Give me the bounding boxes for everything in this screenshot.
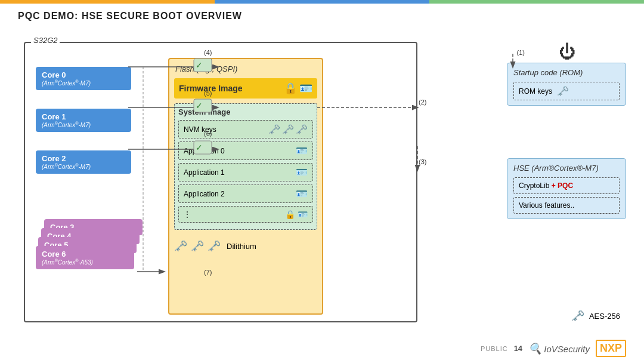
startup-subtitle: (ROM) (559, 68, 583, 77)
app0-label: Application 0 (184, 147, 225, 155)
arrow-label-4: (4) (204, 49, 212, 56)
s32g2-label: S32G2 (31, 36, 60, 45)
system-image-title: System Image (178, 107, 313, 116)
system-image-box: System Image NVM keys 🗝️ 🗝️ 🗝️ Applicati… (174, 103, 317, 230)
arrow-label-6: (6) (204, 130, 212, 137)
flash-title: Flash (e.g., QSPI) (169, 59, 322, 76)
hse-title: HSE (Arm®Cortex®-M7) (513, 164, 620, 173)
core1-box: Core 1 (Arm®Cortex®-M7) (36, 109, 131, 132)
top-bar-green (429, 0, 644, 4)
hse-cryptolib-row: CryptoLib + PQC (513, 177, 620, 194)
app0-cert-icon: 🪪 (296, 145, 308, 156)
nvm-keys-row: NVM keys 🗝️ 🗝️ 🗝️ (178, 120, 313, 139)
core0-box: Core 0 (Arm®Cortex®-M7) (36, 67, 131, 90)
rom-keys-label: ROM keys (519, 87, 552, 96)
hse-pqc-label: + PQC (552, 182, 573, 190)
startup-box: Startup code (ROM) ROM keys 🗝️ (507, 63, 626, 106)
arrow-label-3: (3) (419, 158, 426, 165)
arrow-label-5: (5) (204, 90, 212, 97)
ellipsis-row: ⋮ 🔒 🪪 (178, 206, 313, 223)
nvm-key-icons: 🗝️ 🗝️ 🗝️ (268, 124, 308, 135)
app1-label: Application 1 (184, 168, 225, 177)
arrow-label-1: (1) (517, 49, 525, 56)
startup-title: Startup code (ROM) (513, 68, 620, 77)
hse-cryptolib-label: CryptoLib (519, 182, 549, 190)
dilithium-key-1: 🗝️ (174, 239, 187, 253)
hse-features-label: Various features.. (519, 201, 574, 210)
app2-row: Application 2 🪪 (178, 184, 313, 203)
core6-sub: (Arm®Cortex®-A53) (42, 259, 128, 266)
arrow-label-7: (7) (204, 269, 212, 276)
core6-box: Core 6 (Arm®Cortex®-A53) (36, 246, 134, 269)
dilithium-key-2: 🗝️ (191, 239, 204, 253)
core0-name: Core 0 (42, 70, 125, 79)
flash-box: Flash (e.g., QSPI) Firmware Image 🔒 🪪 Sy… (168, 58, 323, 315)
footer-brand-text: IoVSecurity (544, 344, 590, 354)
startup-title-text: Startup code (513, 68, 558, 77)
diagram-area: S32G2 Core 0 (Arm®Cortex®-M7) Core 1 (Ar… (18, 30, 626, 340)
top-color-bar (0, 0, 644, 4)
key-icon-2: 🗝️ (282, 124, 294, 135)
hse-features-row: Various features.. (513, 197, 620, 214)
page-title: PQC DEMO: HSE SECURE BOOT OVERVIEW (18, 11, 242, 21)
rom-keys-box: ROM keys 🗝️ (513, 82, 620, 100)
core2-name: Core 2 (42, 154, 125, 163)
app2-label: Application 2 (184, 190, 225, 198)
app1-cert-icon: 🪪 (296, 167, 308, 178)
core2-box: Core 2 (Arm®Cortex®-M7) (36, 150, 131, 174)
flash-name: Flash (175, 64, 194, 73)
flash-subtitle: (e.g., QSPI) (197, 64, 238, 73)
key-icon-1: 🗝️ (268, 124, 280, 135)
app2-cert-icon: 🪪 (296, 188, 308, 199)
core1-name: Core 1 (42, 112, 125, 121)
cert-icon: 🪪 (299, 82, 312, 95)
key-icon-3: 🗝️ (296, 124, 308, 135)
core2-sub: (Arm®Cortex®-M7) (42, 163, 125, 170)
footer-brand: 🔍 IoVSecurity (528, 342, 590, 355)
firmware-row: Firmware Image 🔒 🪪 (174, 78, 317, 99)
aes-row: 🗝️ AES-256 (571, 309, 620, 322)
app1-row: Application 1 🪪 (178, 163, 313, 182)
ellipsis: ⋮ (184, 210, 191, 219)
arrow-label-2: (2) (419, 99, 426, 106)
app0-row: Application 0 🪪 (178, 141, 313, 160)
top-bar-orange (0, 0, 215, 4)
ellipsis-cert-icon: 🪪 (298, 210, 308, 219)
s32g2-box: S32G2 Core 0 (Arm®Cortex®-M7) Core 1 (Ar… (24, 42, 417, 322)
nxp-logo: NXP (596, 340, 626, 357)
core0-sub: (Arm®Cortex®-M7) (42, 79, 125, 87)
lock-icon: 🔒 (284, 82, 297, 95)
hse-title-text: HSE (513, 164, 530, 173)
ellipsis-lock-icon: 🔒 (285, 210, 295, 219)
footer: PUBLIC 14 🔍 IoVSecurity NXP (481, 340, 626, 357)
rom-key-icon: 🗝️ (557, 85, 569, 97)
aes-key-icon: 🗝️ (571, 309, 584, 322)
core6-name: Core 6 (42, 250, 128, 259)
top-bar-blue (215, 0, 429, 4)
dilithium-label: Dilithium (227, 242, 256, 251)
aes-label: AES-256 (589, 312, 620, 321)
dilithium-row: 🗝️ 🗝️ 🗝️ Dilithium (169, 235, 322, 255)
hse-subtitle: (Arm®Cortex®-M7) (531, 164, 598, 173)
footer-page: 14 (514, 344, 522, 353)
power-icon: ⏻ (559, 42, 575, 61)
footer-public: PUBLIC (481, 345, 508, 352)
hse-box: HSE (Arm®Cortex®-M7) CryptoLib + PQC Var… (507, 158, 626, 219)
core1-sub: (Arm®Cortex®-M7) (42, 121, 125, 128)
firmware-icons: 🔒 🪪 (284, 82, 312, 95)
dilithium-key-3: 🗝️ (208, 239, 221, 253)
